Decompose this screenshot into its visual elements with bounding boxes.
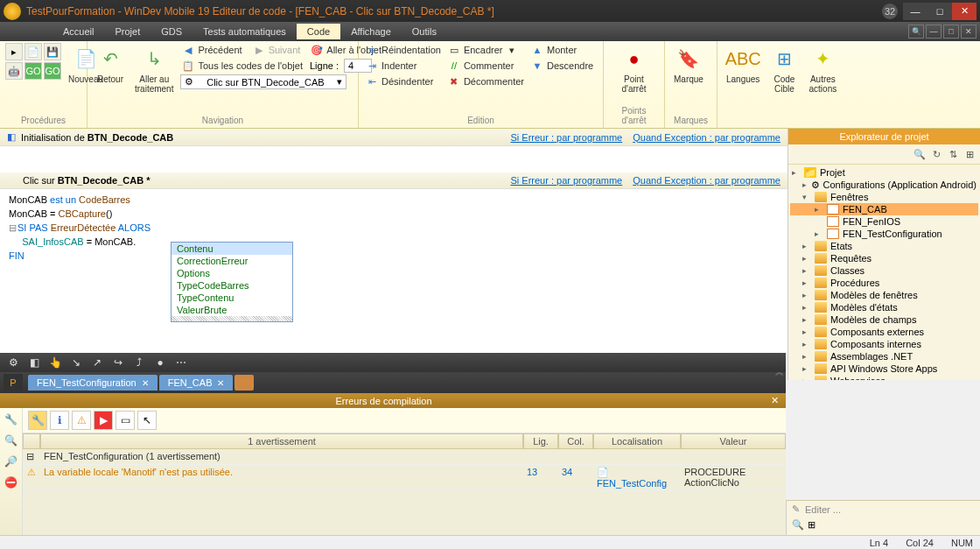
qa-icon-4[interactable]: 🤖 [5, 62, 23, 80]
ac-item[interactable]: TypeContenu [172, 292, 292, 304]
err-cursor-icon[interactable]: ↖ [137, 411, 157, 430]
langues-button[interactable]: ABCLangues [723, 43, 763, 86]
procedure-combo[interactable]: ⚙Clic sur BTN_Decode_CAB▾ [180, 74, 346, 89]
autocomplete-popup[interactable]: Contenu CorrectionErreur Options TypeCod… [171, 242, 293, 322]
dbg-icon[interactable]: ◧ [26, 355, 42, 370]
tree-fen-test[interactable]: ▸FEN_TestConfiguration [790, 228, 978, 240]
col-col[interactable]: Col. [558, 433, 593, 449]
background-tasks-badge[interactable]: 32 [882, 4, 898, 19]
close-tab-icon[interactable]: ✕ [142, 378, 149, 388]
si-erreur-link[interactable]: Si Erreur : par programme [510, 132, 622, 143]
encadrer-button[interactable]: ▭Encadrer ▾ [446, 43, 526, 57]
desindenter-button[interactable]: ⇤Désindenter [364, 74, 443, 88]
code-body[interactable]: MonCAB est un CodeBarres MonCAB = CBCapt… [0, 189, 788, 380]
tree-fen-cab[interactable]: ▸FEN_CAB [790, 203, 978, 215]
rb-search-icon[interactable]: 🔍 [792, 519, 804, 531]
qa-icon-2[interactable]: 📄 [24, 43, 42, 60]
col-warn[interactable]: 1 avertissement [40, 433, 523, 449]
dbg-icon[interactable]: ↗ [89, 355, 105, 370]
ac-resize-handle[interactable] [172, 316, 292, 321]
err-info-icon[interactable]: ℹ [50, 411, 69, 430]
menu-code[interactable]: Code [297, 24, 340, 39]
tree-item[interactable]: ▸API Windows Store Apps [790, 362, 978, 375]
gutter-icon[interactable]: 🔎 [4, 454, 19, 469]
reindent-button[interactable]: ≡Réindentation [364, 43, 443, 57]
menu-projet[interactable]: Projet [104, 24, 150, 39]
tree-item[interactable]: ▸Webservices [790, 375, 978, 380]
menu-outils[interactable]: Outils [402, 24, 447, 39]
dbg-icon[interactable]: ↪ [110, 355, 126, 370]
menu-affichage[interactable]: Affichage [340, 24, 402, 39]
search-icon[interactable]: 🔍 [913, 147, 927, 161]
child-close-button[interactable]: ✕ [961, 25, 976, 39]
editer-bar[interactable]: ✎Editer ... [787, 501, 980, 517]
expand-icon[interactable]: ⊟ [23, 449, 40, 465]
layout-icon[interactable] [234, 375, 254, 391]
menu-gds[interactable]: GDS [150, 24, 192, 39]
suivant-button[interactable]: ▶Suivant [251, 43, 303, 57]
ac-item[interactable]: Options [172, 267, 292, 279]
dbg-icon[interactable]: ⤴ [131, 355, 147, 370]
error-msg[interactable]: La variable locale 'Manotif' n'est pas u… [40, 465, 523, 491]
indenter-button[interactable]: ⇥Indenter [364, 59, 443, 73]
expand-icon[interactable]: ⊞ [962, 147, 976, 161]
qa-icon-3[interactable]: 💾 [44, 43, 61, 60]
search-icon[interactable]: 🔍 [908, 25, 924, 39]
tree-item[interactable]: ▸Modèles de fenêtres [790, 289, 978, 301]
tree-item[interactable]: ▸Etats [790, 240, 978, 252]
col-lig[interactable]: Lig. [523, 433, 558, 449]
dbg-icon[interactable]: ⋯ [173, 355, 189, 370]
qa-go2-icon[interactable]: GO [44, 62, 61, 80]
error-loc[interactable]: 📄 FEN_TestConfig [593, 465, 681, 491]
tree-item[interactable]: ▸Composants internes [790, 338, 978, 350]
file-tab[interactable]: FEN_TestConfiguration✕ [28, 375, 158, 391]
dbg-icon[interactable]: ↘ [68, 355, 84, 370]
err-tool-icon[interactable]: 🔧 [28, 411, 47, 430]
maximize-button[interactable]: □ [928, 3, 952, 20]
code-cible-button[interactable]: ⊞Code Cible [766, 43, 802, 95]
descendre-button[interactable]: ▼Descendre [529, 59, 595, 73]
tous-codes-button[interactable]: 📋Tous les codes de l'objet [180, 59, 304, 73]
aller-traitement-button[interactable]: ↳ Aller au traitement [131, 43, 177, 95]
tree-item[interactable]: ▸Assemblages .NET [790, 350, 978, 362]
retour-button[interactable]: ↶ Retour [93, 43, 128, 86]
minimize-button[interactable]: — [903, 3, 928, 20]
err-warn-icon[interactable]: ⚠ [72, 411, 91, 430]
dbg-icon[interactable]: ● [152, 355, 168, 370]
close-button[interactable]: ✕ [952, 3, 976, 20]
child-maximize-button[interactable]: □ [943, 25, 959, 39]
sort-icon[interactable]: ⇅ [946, 147, 960, 161]
tree-fen-ios[interactable]: FEN_FenIOS [790, 215, 978, 228]
quand-exception-link-2[interactable]: Quand Exception : par programme [633, 175, 780, 186]
ac-item[interactable]: TypeCodeBarres [172, 279, 292, 292]
tree-item[interactable]: ▸Modèles de champs [790, 313, 978, 326]
decommenter-button[interactable]: ✖Décommenter [446, 74, 526, 88]
gutter-icon[interactable]: 🔍 [4, 433, 19, 448]
si-erreur-link-2[interactable]: Si Erreur : par programme [510, 175, 622, 186]
tree-config[interactable]: ▸⚙Configurations (Application Android) [790, 179, 978, 191]
gutter-icon[interactable]: 🔧 [4, 412, 19, 427]
tree-fenetres[interactable]: ▾Fenêtres [790, 191, 978, 203]
ac-item[interactable]: Contenu [172, 243, 292, 255]
tree-item[interactable]: ▸Requêtes [790, 252, 978, 264]
dbg-icon[interactable]: ⚙ [5, 355, 21, 370]
tree-item[interactable]: ▸Composants externes [790, 326, 978, 338]
ac-item[interactable]: ValeurBrute [172, 304, 292, 316]
precedent-button[interactable]: ◀Précédent [180, 43, 243, 57]
collapse-panel-icon[interactable]: ︽ [775, 366, 784, 378]
tree-item[interactable]: ▸Classes [790, 264, 978, 277]
col-loc[interactable]: Localisation [593, 433, 681, 449]
autres-actions-button[interactable]: ✦Autres actions [805, 43, 840, 95]
tree-item[interactable]: ▸Modèles d'états [790, 301, 978, 313]
point-arret-button[interactable]: ●Point d'arrêt [609, 43, 659, 95]
monter-button[interactable]: ▲Monter [529, 43, 595, 57]
ac-item[interactable]: CorrectionErreur [172, 255, 292, 267]
quand-exception-link[interactable]: Quand Exception : par programme [633, 132, 780, 143]
errors-close-icon[interactable]: ✕ [766, 395, 784, 406]
menu-accueil[interactable]: Accueil [52, 24, 104, 39]
err-error-icon[interactable]: ▶ [94, 411, 113, 430]
project-tab-icon[interactable]: P [4, 374, 23, 391]
commenter-button[interactable]: //Commenter [446, 59, 526, 73]
sync-icon[interactable]: ↻ [929, 147, 943, 161]
tree-projet[interactable]: ▸📁Projet [790, 166, 978, 179]
